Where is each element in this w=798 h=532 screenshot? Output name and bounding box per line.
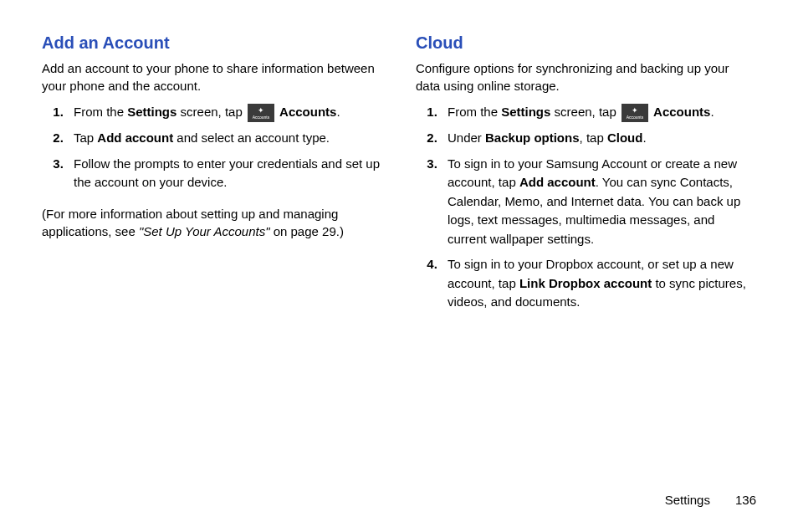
step-bold: Accounts (653, 105, 710, 119)
intro-add-account: Add an account to your phone to share in… (42, 59, 382, 95)
list-item: To sign in to your Dropbox account, or s… (441, 255, 756, 312)
step-text: From the (74, 105, 127, 119)
accounts-icon: ✦Accounts (622, 104, 648, 122)
step-bold: Settings (127, 105, 176, 119)
step-bold: Settings (501, 105, 550, 119)
list-item: Follow the prompts to enter your credent… (67, 155, 382, 192)
step-text: screen, tap (550, 105, 620, 119)
list-item: Tap Add account and select an account ty… (67, 129, 382, 148)
step-text: , tap (580, 130, 607, 145)
list-item: From the Settings screen, tap ✦Accounts … (441, 103, 756, 122)
content-columns: Add an Account Add an account to your ph… (42, 33, 756, 320)
steps-cloud: From the Settings screen, tap ✦Accounts … (416, 103, 756, 312)
step-text: From the (448, 105, 501, 119)
intro-cloud: Configure options for synchronizing and … (416, 59, 756, 95)
left-column: Add an Account Add an account to your ph… (42, 33, 382, 320)
step-text: Under (448, 130, 485, 145)
step-bold: Add account (97, 130, 173, 145)
step-bold: Link Dropbox account (519, 276, 652, 290)
step-text: screen, tap (176, 105, 246, 119)
footer-page: 136 (735, 493, 756, 507)
step-text: and select an account type. (173, 130, 330, 145)
note-add-account: (For more information about setting up a… (42, 205, 382, 240)
step-bold: Add account (519, 175, 596, 189)
list-item: Under Backup options, tap Cloud. (441, 129, 756, 148)
step-text: Tap (74, 130, 97, 145)
heading-add-account: Add an Account (42, 33, 382, 53)
right-column: Cloud Configure options for synchronizin… (416, 33, 756, 320)
list-item: From the Settings screen, tap ✦Accounts … (67, 103, 382, 122)
step-bold: Backup options (485, 130, 580, 145)
step-text: Follow the prompts to enter your credent… (74, 156, 380, 190)
steps-add-account: From the Settings screen, tap ✦Accounts … (42, 103, 382, 192)
step-text: . (336, 105, 340, 119)
step-bold: Cloud (607, 130, 643, 145)
footer-section: Settings (665, 493, 710, 507)
step-text: . (642, 130, 646, 145)
page-footer: Settings136 (665, 493, 756, 507)
note-text: on page 29.) (269, 224, 343, 238)
note-italic: "Set Up Your Accounts" (139, 224, 270, 238)
heading-cloud: Cloud (416, 33, 756, 53)
accounts-icon: ✦Accounts (248, 104, 274, 122)
step-text: . (710, 105, 714, 119)
step-bold: Accounts (279, 105, 336, 119)
list-item: To sign in to your Samsung Account or cr… (441, 155, 756, 249)
